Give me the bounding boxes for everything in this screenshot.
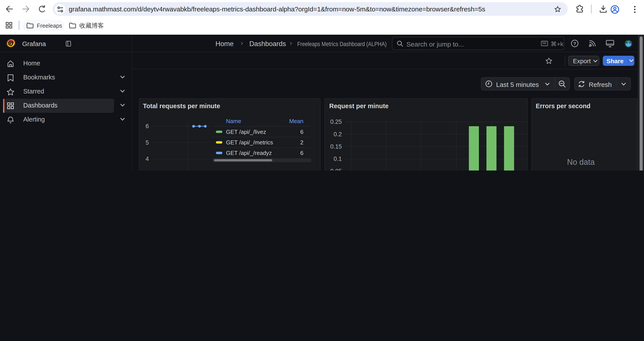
svg-text:Total requests per minute: Total requests per minute	[143, 103, 220, 110]
svg-text:GET /api/_/metrics: GET /api/_/metrics	[226, 139, 273, 146]
svg-text:GET /api/_/livez: GET /api/_/livez	[226, 129, 266, 135]
svg-text:Errors per second: Errors per second	[536, 103, 590, 110]
svg-text:4: 4	[146, 156, 149, 162]
svg-text:Mean: Mean	[289, 118, 303, 124]
svg-text:2: 2	[300, 139, 303, 146]
svg-text:0.1: 0.1	[334, 156, 342, 162]
svg-text:Request per minute: Request per minute	[329, 103, 389, 110]
svg-text:0.15: 0.15	[330, 143, 342, 150]
svg-text:0.05: 0.05	[330, 168, 342, 171]
svg-text:GET /api/_/readyz: GET /api/_/readyz	[226, 150, 272, 156]
svg-text:?: ?	[574, 41, 576, 46]
svg-text:5: 5	[146, 139, 149, 146]
svg-text:Name: Name	[226, 118, 241, 124]
svg-text:0.25: 0.25	[330, 119, 342, 125]
svg-text:6: 6	[300, 150, 303, 156]
svg-text:6: 6	[300, 129, 303, 135]
svg-text:0.2: 0.2	[334, 131, 342, 138]
svg-text:6: 6	[146, 123, 149, 129]
svg-text:No data: No data	[567, 158, 595, 167]
